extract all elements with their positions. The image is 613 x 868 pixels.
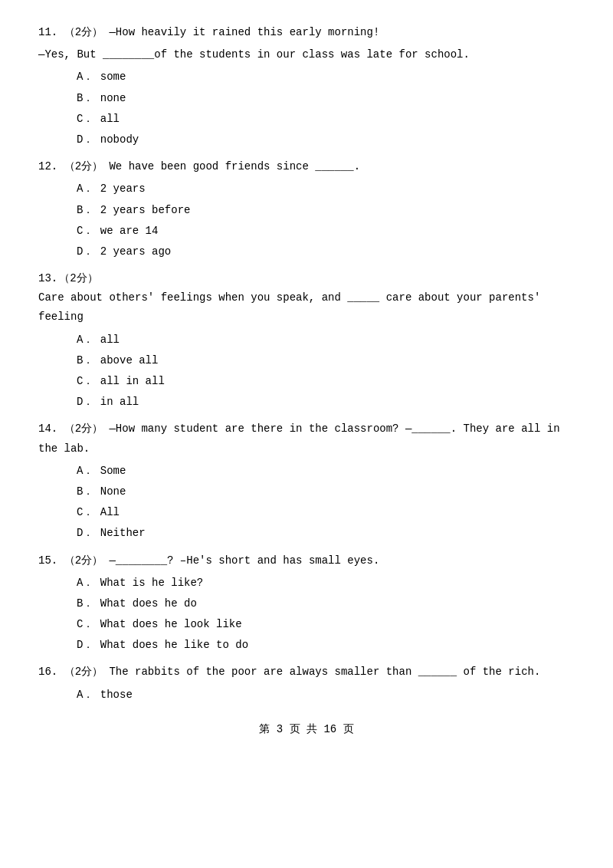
option-13-a-text: all (100, 334, 120, 346)
option-15-c-label: C． (77, 618, 93, 630)
question-13: 13. （2分） Care about others' feelings whe… (38, 269, 575, 412)
option-11-c: C． all (77, 110, 575, 129)
option-14-d-label: D． (77, 527, 93, 539)
question-12-header: 12. （2分） We have been good friends since… (38, 157, 575, 176)
question-16-points: （2分） (64, 666, 103, 678)
option-13-d: D． in all (77, 393, 575, 412)
question-11-text: —How heavily it rained this early mornin… (109, 26, 379, 38)
option-14-c-label: C． (77, 506, 93, 518)
option-14-b-label: B． (77, 485, 93, 498)
option-15-a-text: What is he like? (100, 577, 203, 589)
option-12-d: D． 2 years ago (77, 242, 575, 261)
question-11-number: 11. (38, 26, 57, 38)
option-11-b: B． none (77, 89, 575, 108)
option-11-a-text: some (100, 71, 126, 83)
question-16-number: 16. (38, 666, 57, 678)
option-16-a-label: A． (77, 689, 93, 701)
option-16-a-text: those (100, 689, 133, 701)
option-15-d-label: D． (77, 639, 93, 651)
option-13-b-label: B． (77, 354, 93, 367)
question-12: 12. （2分） We have been good friends since… (38, 157, 575, 261)
option-11-c-text: all (100, 113, 120, 125)
question-11-points: （2分） (64, 26, 103, 38)
option-14-d: D． Neither (77, 524, 575, 543)
question-16-text: The rabbits of the poor are always small… (109, 666, 540, 678)
option-14-a-label: A． (77, 465, 93, 477)
option-14-b: B． None (77, 482, 575, 501)
question-15-number: 15. (38, 554, 57, 567)
option-13-a-label: A． (77, 334, 93, 346)
question-15-text: —________? –He's short and has small eye… (109, 554, 379, 567)
option-13-c: C． all in all (77, 372, 575, 391)
option-11-a: A． some (77, 67, 575, 87)
question-14-points: （2分） (64, 422, 103, 435)
option-11-d-label: D． (77, 133, 93, 146)
question-14: 14. （2分） —How many student are there in … (38, 419, 575, 543)
option-12-a-text: 2 years (100, 182, 146, 195)
option-14-c-text: All (100, 506, 120, 518)
question-13-points: （2分） (59, 269, 97, 288)
option-11-b-text: none (100, 92, 126, 104)
option-11-a-label: A． (77, 71, 93, 83)
option-15-a: A． What is he like? (77, 574, 575, 593)
option-14-a: A． Some (77, 462, 575, 481)
question-16: 16. （2分） The rabbits of the poor are alw… (38, 663, 575, 704)
option-12-b-label: B． (77, 204, 93, 216)
page-footer: 第 3 页 共 16 页 (38, 720, 575, 739)
option-14-a-text: Some (100, 465, 126, 477)
question-15: 15. （2分） —________? –He's short and has … (38, 551, 575, 656)
option-12-d-text: 2 years ago (100, 245, 171, 258)
question-13-number: 13. (38, 269, 57, 288)
option-12-b: B． 2 years before (77, 201, 575, 220)
option-12-a: A． 2 years (77, 179, 575, 199)
exam-content: 11. （2分） —How heavily it rained this ear… (38, 23, 575, 739)
option-12-c-text: we are 14 (100, 225, 159, 237)
option-15-b: B． What does he do (77, 594, 575, 613)
question-14-header: 14. （2分） —How many student are there in … (38, 419, 575, 458)
option-11-d-text: nobody (100, 133, 139, 146)
option-12-b-text: 2 years before (100, 204, 191, 216)
option-13-d-text: in all (100, 396, 139, 408)
question-13-header: 13. （2分） Care about others' feelings whe… (38, 269, 575, 327)
question-11-header: 11. （2分） —How heavily it rained this ear… (38, 23, 575, 42)
option-13-b-text: above all (100, 354, 159, 367)
option-15-b-text: What does he do (100, 597, 197, 610)
option-11-b-label: B． (77, 92, 93, 104)
option-13-d-label: D． (77, 396, 93, 408)
question-12-text: We have been good friends since ______. (109, 160, 360, 173)
option-11-c-label: C． (77, 113, 93, 125)
question-14-number: 14. (38, 422, 57, 435)
option-15-d-text: What does he like to do (100, 639, 248, 651)
question-13-text: Care about others' feelings when you spe… (38, 288, 575, 327)
question-12-points: （2分） (64, 160, 103, 173)
question-11-text2: —Yes, But ________of the students in our… (38, 45, 575, 64)
question-15-points: （2分） (64, 554, 103, 567)
question-15-header: 15. （2分） —________? –He's short and has … (38, 551, 575, 570)
option-14-c: C． All (77, 503, 575, 522)
question-14-text: —How many student are there in the class… (38, 422, 560, 454)
option-12-c: C． we are 14 (77, 222, 575, 241)
option-13-c-text: all in all (100, 375, 165, 387)
option-15-c-text: What does he look like (100, 618, 242, 630)
question-11: 11. （2分） —How heavily it rained this ear… (38, 23, 575, 150)
option-15-b-label: B． (77, 597, 93, 610)
option-14-b-text: None (100, 485, 126, 498)
option-13-b: B． above all (77, 351, 575, 370)
option-13-c-label: C． (77, 375, 93, 387)
option-12-c-label: C． (77, 225, 93, 237)
question-16-header: 16. （2分） The rabbits of the poor are alw… (38, 663, 575, 682)
option-11-d: D． nobody (77, 130, 575, 150)
footer-text: 第 3 页 共 16 页 (259, 723, 353, 735)
option-12-d-label: D． (77, 245, 93, 258)
option-16-a: A． those (77, 686, 575, 705)
option-15-d: D． What does he like to do (77, 636, 575, 655)
question-12-number: 12. (38, 160, 57, 173)
option-13-a: A． all (77, 330, 575, 350)
option-14-d-text: Neither (100, 527, 146, 539)
option-15-a-label: A． (77, 577, 93, 589)
option-15-c: C． What does he look like (77, 615, 575, 634)
option-12-a-label: A． (77, 182, 93, 195)
